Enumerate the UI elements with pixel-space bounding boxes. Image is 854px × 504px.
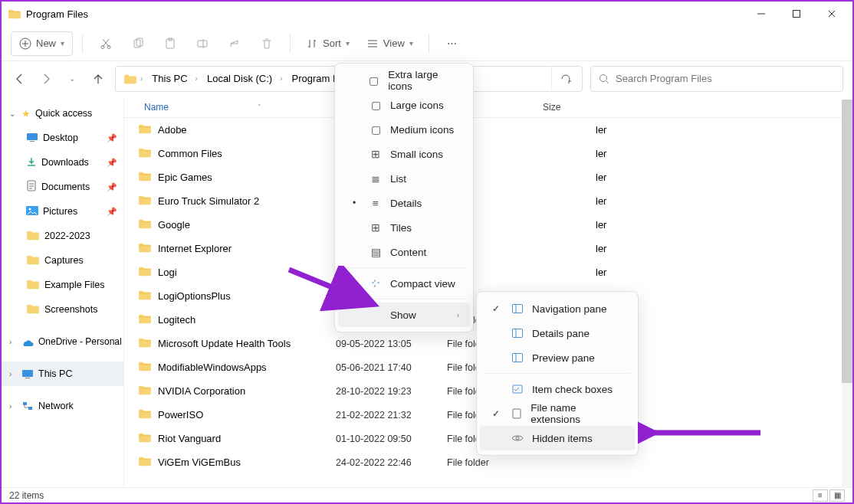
menu-pane-option[interactable]: Details pane: [480, 321, 635, 345]
menu-view-option[interactable]: ▢ Large icons: [338, 93, 470, 117]
cut-button[interactable]: [92, 31, 120, 56]
downloads-icon: [26, 156, 37, 169]
folder-icon: [138, 432, 152, 445]
svg-rect-15: [22, 370, 33, 377]
forward-button[interactable]: [37, 70, 55, 88]
search-box[interactable]: [590, 66, 843, 92]
sidebar-item[interactable]: Example Files: [2, 273, 123, 297]
menu-pane-option[interactable]: ✓ Navigation pane: [480, 296, 635, 321]
folder-icon: [26, 254, 40, 267]
menu-pane-option[interactable]: Preview pane: [480, 345, 635, 370]
maximize-button[interactable]: [779, 2, 814, 25]
menu-show-option[interactable]: Hidden items: [480, 426, 635, 450]
folder-icon: [8, 8, 21, 19]
svg-rect-0: [793, 11, 800, 18]
file-row[interactable]: Google ler: [124, 213, 852, 237]
chevron-down-icon: ▾: [409, 39, 413, 47]
svg-rect-17: [23, 402, 27, 405]
divider: [82, 34, 83, 53]
sidebar-network[interactable]: › Network: [2, 394, 123, 418]
view-button[interactable]: View ▾: [360, 31, 419, 56]
sidebar-item[interactable]: Documents 📌: [2, 175, 123, 199]
file-row[interactable]: Epic Games ler: [124, 165, 852, 189]
search-input[interactable]: [616, 73, 835, 84]
view-icon: [366, 38, 379, 50]
breadcrumb-root[interactable]: ›: [119, 69, 147, 89]
sidebar-onedrive[interactable]: › OneDrive - Personal: [2, 329, 123, 354]
column-size[interactable]: Size: [543, 102, 560, 113]
icons-view-toggle[interactable]: ▦: [829, 489, 845, 502]
file-row[interactable]: Common Files ler: [124, 142, 852, 165]
folder-icon: [138, 171, 152, 184]
menu-view-option[interactable]: ⊞ Tiles: [338, 215, 470, 240]
pane-icon: [511, 329, 524, 338]
tiles-icon: ⊞: [369, 221, 383, 234]
menu-separator: [484, 373, 630, 374]
minimize-button[interactable]: [744, 2, 779, 25]
menu-view-option[interactable]: • ≡ Details: [338, 191, 470, 215]
navigation-pane: ⌄ ★ Quick access Desktop 📌 Downloads 📌 D…: [2, 97, 124, 487]
documents-icon: [26, 180, 37, 195]
folder-icon: [138, 385, 152, 398]
sidebar-quick-access[interactable]: ⌄ ★ Quick access: [2, 101, 123, 126]
folder-icon: [138, 218, 152, 231]
sort-button[interactable]: Sort ▾: [300, 31, 356, 56]
details-view-toggle[interactable]: ≡: [813, 489, 828, 502]
menu-view-option[interactable]: ▢ Medium icons: [338, 117, 470, 142]
menu-show-option[interactable]: Item check boxes: [480, 377, 635, 401]
file-row[interactable]: Internet Explorer ler: [124, 237, 852, 260]
toolbar: New ▾ Sort ▾ View ▾ ⋯: [2, 26, 852, 61]
menu-view-option[interactable]: ▢ Extra large icons: [338, 68, 470, 93]
pin-icon: 📌: [107, 182, 117, 192]
sidebar-item[interactable]: 2022-2023: [2, 224, 123, 248]
sidebar-item[interactable]: Downloads 📌: [2, 150, 123, 175]
sidebar-this-pc[interactable]: › This PC: [2, 362, 123, 386]
paste-button[interactable]: [156, 31, 184, 56]
xl-icon: ▢: [368, 74, 381, 87]
copy-button[interactable]: [124, 31, 152, 56]
sidebar-item[interactable]: Screenshots: [2, 297, 123, 322]
back-button[interactable]: [11, 70, 29, 88]
up-button[interactable]: [89, 70, 107, 88]
option-icon: [510, 408, 523, 419]
sidebar-item[interactable]: Captures: [2, 248, 123, 273]
folder-icon: [26, 303, 40, 316]
more-button[interactable]: ⋯: [438, 31, 466, 56]
svg-point-9: [600, 74, 607, 81]
scrollbar-thumb[interactable]: [842, 100, 852, 383]
new-button[interactable]: New ▾: [11, 31, 73, 56]
file-row[interactable]: Logi ler: [124, 260, 852, 284]
pc-icon: [21, 369, 34, 378]
chevron-down-icon: ▾: [346, 39, 350, 47]
menu-view-option[interactable]: ≣ List: [338, 166, 470, 191]
folder-icon: [138, 290, 152, 303]
breadcrumb-item[interactable]: This PC›: [147, 69, 202, 89]
title-bar: Program Files: [2, 2, 852, 26]
column-headers[interactable]: Name˄ Size: [124, 97, 852, 118]
delete-button[interactable]: [253, 31, 281, 56]
rename-button[interactable]: [189, 31, 216, 56]
status-bar: 22 items ≡ ▦: [2, 487, 852, 502]
breadcrumb-item[interactable]: Local Disk (C:)›: [202, 69, 287, 89]
new-label: New: [36, 38, 56, 49]
desktop-icon: [26, 133, 38, 144]
close-button[interactable]: [814, 2, 849, 25]
sidebar-item[interactable]: Pictures 📌: [2, 199, 123, 224]
folder-icon: [138, 147, 152, 160]
file-row[interactable]: Euro Truck Simulator 2 ler: [124, 189, 852, 213]
column-name[interactable]: Name˄: [144, 102, 340, 113]
pane-icon: [511, 304, 524, 313]
file-row[interactable]: Adobe ler: [124, 118, 852, 142]
sm-icon: ⊞: [369, 148, 383, 160]
menu-show-option[interactable]: ✓ File name extensions: [480, 401, 635, 426]
refresh-button[interactable]: [551, 66, 579, 92]
sidebar-item[interactable]: Desktop 📌: [2, 126, 123, 150]
svg-point-14: [29, 208, 31, 210]
lg-icon: ▢: [369, 99, 383, 111]
share-button[interactable]: [221, 31, 248, 56]
menu-view-option[interactable]: ⊞ Small icons: [338, 142, 470, 166]
divider: [429, 34, 429, 53]
recent-button[interactable]: ⌄: [63, 70, 81, 88]
pictures-icon: [26, 206, 38, 218]
menu-view-option[interactable]: ▤ Content: [338, 240, 470, 264]
